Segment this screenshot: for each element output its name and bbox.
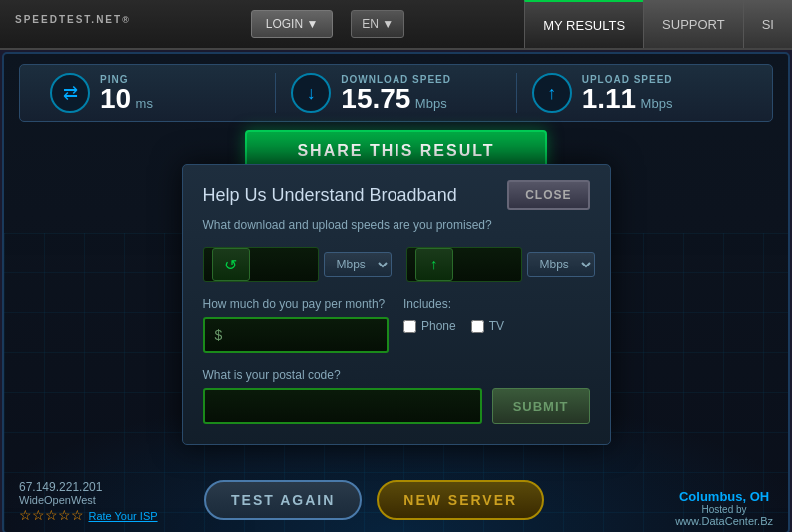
submit-button[interactable]: SUBMIT <box>492 388 590 424</box>
ip-address: 67.149.221.201 <box>19 480 158 494</box>
rate-isp-link[interactable]: Rate Your ISP <box>88 510 157 522</box>
download-mbps-select[interactable]: Mbps <box>324 252 392 277</box>
tv-checkbox-label: TV <box>471 319 504 333</box>
main-area: ⇄ PING 10 ms ↓ DOWNLOAD SPEED 15.75 Mbps… <box>2 52 790 532</box>
speed-row: ↺ Mbps ↑ Mbps <box>203 247 590 282</box>
modal-area: Help Us Understand Broadband CLOSE What … <box>182 164 611 445</box>
postal-row: SUBMIT <box>203 388 590 424</box>
nav-support[interactable]: SUPPORT <box>643 0 743 48</box>
logo-text: SPEEDTEST.NET <box>15 14 122 25</box>
modal-subtitle: What download and upload speeds are you … <box>203 218 590 232</box>
download-input-wrap: ↺ <box>203 247 319 282</box>
login-button[interactable]: LOGIN ▼ <box>251 10 334 38</box>
pay-row: How much do you pay per month? $ Include… <box>203 297 590 353</box>
dollar-sign: $ <box>215 327 223 343</box>
upload-value: 1.11 <box>582 83 637 114</box>
upload-unit: Mbps <box>641 96 673 111</box>
host-name: www.DataCenter.Bz <box>675 515 773 527</box>
download-unit: Mbps <box>415 96 447 111</box>
dollar-input-wrap: $ <box>203 317 390 353</box>
stats-bar: ⇄ PING 10 ms ↓ DOWNLOAD SPEED 15.75 Mbps… <box>19 64 773 122</box>
isp-info: 67.149.221.201 WideOpenWest ☆☆☆☆☆ Rate Y… <box>19 480 158 524</box>
pay-label: How much do you pay per month? <box>203 297 390 311</box>
ping-stat: ⇄ PING 10 ms <box>35 73 276 113</box>
modal-title: Help Us Understand Broadband <box>203 185 457 206</box>
tv-checkbox[interactable] <box>471 320 484 333</box>
postal-input[interactable] <box>215 390 470 422</box>
download-speed-icon: ↺ <box>212 248 250 281</box>
logo-tm: ® <box>122 15 131 25</box>
pay-section: How much do you pay per month? $ <box>203 297 390 353</box>
ping-value: 10 <box>100 83 131 114</box>
upload-speed-group: ↑ Mbps <box>406 247 595 282</box>
upload-stat: ↑ UPLOAD SPEED 1.11 Mbps <box>517 73 757 113</box>
checkbox-row: Phone TV <box>403 319 590 333</box>
upload-speed-icon: ↑ <box>415 248 453 281</box>
nav-center: LOGIN ▼ EN ▼ <box>251 10 424 38</box>
includes-label: Includes: <box>403 297 590 311</box>
postal-label: What is your postal code? <box>203 368 590 382</box>
pay-input[interactable] <box>227 327 377 343</box>
rating-stars: ☆☆☆☆☆ <box>19 507 84 523</box>
postal-input-wrap <box>203 388 482 424</box>
nav-my-results[interactable]: MY RESULTS <box>524 0 643 48</box>
close-button[interactable]: CLOSE <box>507 180 589 210</box>
upload-speed-input[interactable] <box>453 249 513 280</box>
new-server-button[interactable]: NEW SERVER <box>377 480 544 520</box>
download-value: 15.75 <box>341 83 410 114</box>
top-bar: SPEEDTEST.NET® LOGIN ▼ EN ▼ MY RESULTS S… <box>0 0 792 50</box>
isp-name: WideOpenWest <box>19 494 158 506</box>
nav-si[interactable]: SI <box>743 0 792 48</box>
bottom-bar: 67.149.221.201 WideOpenWest ☆☆☆☆☆ Rate Y… <box>4 467 788 532</box>
download-stat: ↓ DOWNLOAD SPEED 15.75 Mbps <box>276 73 516 113</box>
modal-header: Help Us Understand Broadband CLOSE <box>203 180 590 210</box>
upload-input-wrap: ↑ <box>406 247 522 282</box>
test-again-button[interactable]: TEST AGAIN <box>204 480 362 520</box>
city-name: Columbus, OH <box>675 489 773 504</box>
ping-unit: ms <box>136 96 153 111</box>
phone-checkbox[interactable] <box>403 320 416 333</box>
logo: SPEEDTEST.NET® <box>15 14 131 35</box>
ping-info: PING 10 ms <box>100 74 153 113</box>
download-speed-input[interactable] <box>250 249 310 280</box>
download-info: DOWNLOAD SPEED 15.75 Mbps <box>341 74 451 113</box>
phone-checkbox-label: Phone <box>403 319 456 333</box>
nav-right: MY RESULTS SUPPORT SI <box>524 0 792 48</box>
lang-button[interactable]: EN ▼ <box>351 10 404 38</box>
includes-section: Includes: Phone TV <box>403 297 590 333</box>
upload-mbps-select[interactable]: Mbps <box>527 252 595 277</box>
phone-label: Phone <box>421 319 456 333</box>
download-icon: ↓ <box>291 73 331 113</box>
action-buttons: TEST AGAIN NEW SERVER <box>204 480 544 520</box>
upload-icon: ↑ <box>532 73 572 113</box>
hosted-by-label: Hosted by <box>675 504 773 515</box>
ping-icon: ⇄ <box>50 73 90 113</box>
tv-label: TV <box>489 319 504 333</box>
upload-info: UPLOAD SPEED 1.11 Mbps <box>582 74 673 113</box>
server-info: Columbus, OH Hosted by www.DataCenter.Bz <box>675 489 773 527</box>
download-speed-group: ↺ Mbps <box>203 247 392 282</box>
